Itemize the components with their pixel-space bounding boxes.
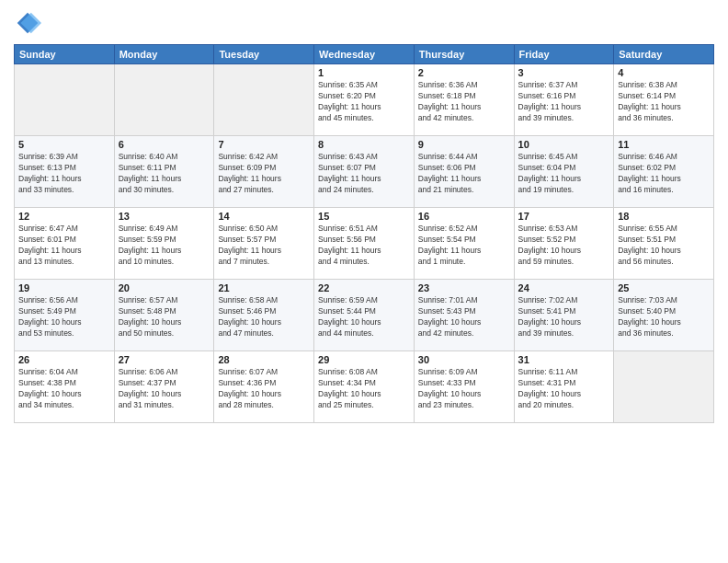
day-info: Sunrise: 6:39 AM Sunset: 6:13 PM Dayligh… — [18, 152, 110, 196]
day-cell: 26Sunrise: 6:04 AM Sunset: 4:38 PM Dayli… — [15, 351, 115, 423]
day-info: Sunrise: 6:37 AM Sunset: 6:16 PM Dayligh… — [518, 80, 610, 124]
day-cell: 21Sunrise: 6:58 AM Sunset: 5:46 PM Dayli… — [214, 280, 314, 351]
day-info: Sunrise: 6:42 AM Sunset: 6:09 PM Dayligh… — [218, 152, 310, 196]
day-number: 29 — [318, 354, 410, 365]
day-cell: 6Sunrise: 6:40 AM Sunset: 6:11 PM Daylig… — [114, 136, 214, 208]
day-cell: 5Sunrise: 6:39 AM Sunset: 6:13 PM Daylig… — [15, 136, 115, 208]
day-info: Sunrise: 6:53 AM Sunset: 5:52 PM Dayligh… — [518, 224, 610, 268]
day-number: 16 — [418, 211, 510, 222]
day-number: 11 — [618, 139, 710, 150]
day-cell: 31Sunrise: 6:11 AM Sunset: 4:31 PM Dayli… — [514, 351, 614, 423]
header — [14, 9, 714, 37]
day-header-wednesday: Wednesday — [314, 45, 415, 64]
day-info: Sunrise: 6:36 AM Sunset: 6:18 PM Dayligh… — [418, 80, 510, 124]
day-info: Sunrise: 6:04 AM Sunset: 4:38 PM Dayligh… — [18, 367, 110, 411]
day-number: 28 — [218, 354, 310, 365]
day-header-friday: Friday — [514, 45, 614, 64]
day-cell: 27Sunrise: 6:06 AM Sunset: 4:37 PM Dayli… — [114, 351, 214, 423]
day-cell: 10Sunrise: 6:45 AM Sunset: 6:04 PM Dayli… — [514, 136, 614, 208]
day-info: Sunrise: 6:52 AM Sunset: 5:54 PM Dayligh… — [418, 224, 510, 268]
day-header-thursday: Thursday — [414, 45, 514, 64]
day-number: 15 — [318, 211, 410, 222]
day-info: Sunrise: 6:51 AM Sunset: 5:56 PM Dayligh… — [318, 224, 410, 268]
day-info: Sunrise: 7:01 AM Sunset: 5:43 PM Dayligh… — [418, 295, 510, 339]
day-cell: 14Sunrise: 6:50 AM Sunset: 5:57 PM Dayli… — [214, 208, 314, 280]
day-number: 5 — [18, 139, 110, 150]
header-row: SundayMondayTuesdayWednesdayThursdayFrid… — [15, 45, 714, 64]
day-info: Sunrise: 6:44 AM Sunset: 6:06 PM Dayligh… — [418, 152, 510, 196]
week-row-5: 26Sunrise: 6:04 AM Sunset: 4:38 PM Dayli… — [15, 351, 714, 423]
day-number: 10 — [518, 139, 610, 150]
day-info: Sunrise: 6:09 AM Sunset: 4:33 PM Dayligh… — [418, 367, 510, 411]
day-number: 25 — [618, 282, 710, 293]
day-info: Sunrise: 7:02 AM Sunset: 5:41 PM Dayligh… — [518, 295, 610, 339]
day-cell: 7Sunrise: 6:42 AM Sunset: 6:09 PM Daylig… — [214, 136, 314, 208]
day-cell — [114, 64, 214, 136]
day-info: Sunrise: 6:46 AM Sunset: 6:02 PM Dayligh… — [618, 152, 710, 196]
day-info: Sunrise: 6:49 AM Sunset: 5:59 PM Dayligh… — [119, 224, 210, 268]
day-cell — [15, 64, 115, 136]
day-cell: 22Sunrise: 6:59 AM Sunset: 5:44 PM Dayli… — [314, 280, 415, 351]
day-header-monday: Monday — [114, 45, 214, 64]
day-cell: 19Sunrise: 6:56 AM Sunset: 5:49 PM Dayli… — [15, 280, 115, 351]
day-cell: 13Sunrise: 6:49 AM Sunset: 5:59 PM Dayli… — [114, 208, 214, 280]
day-number: 31 — [518, 354, 610, 365]
day-cell: 16Sunrise: 6:52 AM Sunset: 5:54 PM Dayli… — [414, 208, 514, 280]
day-info: Sunrise: 6:43 AM Sunset: 6:07 PM Dayligh… — [318, 152, 410, 196]
day-header-tuesday: Tuesday — [214, 45, 314, 64]
logo — [14, 9, 45, 37]
day-header-sunday: Sunday — [15, 45, 115, 64]
day-cell: 12Sunrise: 6:47 AM Sunset: 6:01 PM Dayli… — [15, 208, 115, 280]
day-cell — [214, 64, 314, 136]
day-number: 19 — [18, 282, 110, 293]
day-cell: 28Sunrise: 6:07 AM Sunset: 4:36 PM Dayli… — [214, 351, 314, 423]
day-cell: 24Sunrise: 7:02 AM Sunset: 5:41 PM Dayli… — [514, 280, 614, 351]
day-cell: 30Sunrise: 6:09 AM Sunset: 4:33 PM Dayli… — [414, 351, 514, 423]
day-info: Sunrise: 6:07 AM Sunset: 4:36 PM Dayligh… — [218, 367, 310, 411]
day-number: 7 — [218, 139, 310, 150]
day-number: 21 — [218, 282, 310, 293]
svg-marker-1 — [21, 13, 42, 34]
day-number: 30 — [418, 354, 510, 365]
day-info: Sunrise: 6:59 AM Sunset: 5:44 PM Dayligh… — [318, 295, 410, 339]
day-info: Sunrise: 6:55 AM Sunset: 5:51 PM Dayligh… — [618, 224, 710, 268]
day-cell: 23Sunrise: 7:01 AM Sunset: 5:43 PM Dayli… — [414, 280, 514, 351]
day-number: 17 — [518, 211, 610, 222]
day-info: Sunrise: 7:03 AM Sunset: 5:40 PM Dayligh… — [618, 295, 710, 339]
day-cell: 8Sunrise: 6:43 AM Sunset: 6:07 PM Daylig… — [314, 136, 415, 208]
day-number: 2 — [418, 67, 510, 78]
day-cell: 18Sunrise: 6:55 AM Sunset: 5:51 PM Dayli… — [614, 208, 714, 280]
calendar-table: SundayMondayTuesdayWednesdayThursdayFrid… — [14, 44, 714, 423]
day-cell: 17Sunrise: 6:53 AM Sunset: 5:52 PM Dayli… — [514, 208, 614, 280]
day-info: Sunrise: 6:11 AM Sunset: 4:31 PM Dayligh… — [518, 367, 610, 411]
day-info: Sunrise: 6:57 AM Sunset: 5:48 PM Dayligh… — [119, 295, 210, 339]
day-number: 26 — [18, 354, 110, 365]
day-number: 18 — [618, 211, 710, 222]
day-info: Sunrise: 6:40 AM Sunset: 6:11 PM Dayligh… — [119, 152, 210, 196]
day-cell: 15Sunrise: 6:51 AM Sunset: 5:56 PM Dayli… — [314, 208, 415, 280]
day-number: 8 — [318, 139, 410, 150]
day-info: Sunrise: 6:56 AM Sunset: 5:49 PM Dayligh… — [18, 295, 110, 339]
day-cell: 29Sunrise: 6:08 AM Sunset: 4:34 PM Dayli… — [314, 351, 415, 423]
day-info: Sunrise: 6:45 AM Sunset: 6:04 PM Dayligh… — [518, 152, 610, 196]
calendar-page: SundayMondayTuesdayWednesdayThursdayFrid… — [0, 0, 728, 563]
day-cell: 4Sunrise: 6:38 AM Sunset: 6:14 PM Daylig… — [614, 64, 714, 136]
day-info: Sunrise: 6:35 AM Sunset: 6:20 PM Dayligh… — [318, 80, 410, 124]
day-number: 4 — [618, 67, 710, 78]
day-number: 23 — [418, 282, 510, 293]
day-number: 22 — [318, 282, 410, 293]
day-cell: 20Sunrise: 6:57 AM Sunset: 5:48 PM Dayli… — [114, 280, 214, 351]
day-number: 13 — [119, 211, 210, 222]
day-info: Sunrise: 6:08 AM Sunset: 4:34 PM Dayligh… — [318, 367, 410, 411]
day-number: 20 — [119, 282, 210, 293]
day-info: Sunrise: 6:38 AM Sunset: 6:14 PM Dayligh… — [618, 80, 710, 124]
week-row-1: 1Sunrise: 6:35 AM Sunset: 6:20 PM Daylig… — [15, 64, 714, 136]
day-info: Sunrise: 6:58 AM Sunset: 5:46 PM Dayligh… — [218, 295, 310, 339]
day-cell: 25Sunrise: 7:03 AM Sunset: 5:40 PM Dayli… — [614, 280, 714, 351]
day-info: Sunrise: 6:50 AM Sunset: 5:57 PM Dayligh… — [218, 224, 310, 268]
logo-icon — [14, 9, 41, 37]
day-info: Sunrise: 6:06 AM Sunset: 4:37 PM Dayligh… — [119, 367, 210, 411]
day-number: 9 — [418, 139, 510, 150]
day-cell — [614, 351, 714, 423]
week-row-2: 5Sunrise: 6:39 AM Sunset: 6:13 PM Daylig… — [15, 136, 714, 208]
